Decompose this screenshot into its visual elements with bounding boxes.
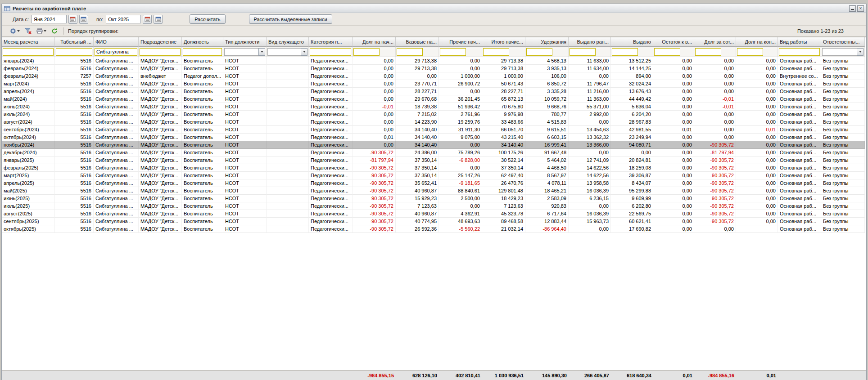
grid-cell[interactable] [267,126,309,134]
grid-cell[interactable]: 0,00 [653,111,694,118]
grid-cell[interactable]: -90 305,72 [694,141,736,149]
grid-cell[interactable]: Воспитатель [182,80,223,88]
grid-cell[interactable]: 37 350,14 [396,164,439,172]
grid-cell[interactable]: 0,00 [569,118,611,126]
grid-cell[interactable]: 18 739,38 [396,103,439,111]
grid-cell[interactable]: Основная раб... [778,65,821,72]
grid-cell[interactable]: 28 227,71 [482,88,525,95]
grid-cell[interactable]: -90 305,72 [694,218,736,225]
grid-cell[interactable]: 0,00 [694,72,736,80]
dropdown-arrow-icon[interactable] [857,48,863,56]
grid-cell[interactable]: 0,00 [736,179,778,187]
grid-cell[interactable]: Сибгатуллина ... [94,141,139,149]
grid-cell[interactable]: Педагогически... [309,195,353,202]
grid-cell[interactable]: Без группы [821,218,865,225]
grid-cell[interactable]: 66 051,70 [482,126,525,134]
grid-cell[interactable]: 14 223,90 [396,118,439,126]
grid-cell[interactable]: Основная раб... [778,202,821,210]
grid-cell[interactable] [267,103,309,111]
grid-cell[interactable]: Воспитатель [182,164,223,172]
grid-cell[interactable]: Педагогически... [309,65,353,72]
grid-cell[interactable]: 0,00 [736,134,778,141]
grid-cell[interactable]: Педагогически... [309,126,353,134]
grid-cell[interactable]: 0,00 [353,111,396,118]
grid-cell[interactable]: 11 633,00 [569,57,611,65]
grid-cell[interactable]: 0,00 [653,202,694,210]
grid-cell[interactable]: 106,00 [525,72,569,80]
grid-cell[interactable]: -0,01 [694,95,736,103]
grid-cell[interactable]: Воспитатель [182,218,223,225]
grid-cell[interactable]: Педагогически... [309,134,353,141]
grid-cell[interactable]: Без группы [821,88,865,95]
grid-cell[interactable]: Основная раб... [778,195,821,202]
grid-cell[interactable]: сентябрь(2025) [2,218,55,225]
grid-cell[interactable]: Сибгатуллина ... [94,195,139,202]
grid-cell[interactable]: 7 123,63 [482,202,525,210]
grid-cell[interactable]: МАДОУ "Детск... [139,118,182,126]
grid-cell[interactable]: 894,00 [611,72,653,80]
grid-cell[interactable]: 0,00 [439,164,482,172]
date-to-input[interactable] [106,15,141,23]
grid-cell[interactable]: -90 305,72 [694,172,736,179]
grid-cell[interactable]: октябрь(2024) [2,134,55,141]
grid-cell[interactable]: 91 667,48 [525,149,569,156]
grid-cell[interactable]: Воспитатель [182,225,223,233]
grid-cell[interactable]: февраль(2024) [2,65,55,72]
grid-cell[interactable]: 12 741,09 [569,156,611,164]
grid-cell[interactable]: 5516 [55,118,94,126]
grid-cell[interactable]: 0,00 [694,65,736,72]
print-menu-button[interactable] [35,27,48,36]
grid-cell[interactable]: 0,00 [569,225,611,233]
grid-cell[interactable]: 3 935,13 [525,65,569,72]
grid-cell[interactable]: Воспитатель [182,141,223,149]
filter-select-input-5[interactable] [224,48,258,56]
grid-cell[interactable]: 14 144,25 [611,65,653,72]
grid-cell[interactable]: 0,00 [736,65,778,72]
grid-cell[interactable]: 5516 [55,65,94,72]
grid-cell[interactable]: МАДОУ "Детск... [139,156,182,164]
grid-cell[interactable]: НСОТ [223,156,267,164]
table-row[interactable]: август(2025)5516Сибгатуллина ...МАДОУ "Д… [2,210,865,218]
grid-cell[interactable]: 129 801,48 [482,187,525,195]
grid-cell[interactable]: 0,00 [736,187,778,195]
grid-cell[interactable]: 18 465,21 [525,187,569,195]
filter-input-0[interactable] [3,48,54,56]
column-header-13[interactable]: Выдано ран... [569,37,611,47]
grid-cell[interactable]: Без группы [821,195,865,202]
grid-cell[interactable]: Сибгатуллина ... [94,103,139,111]
dropdown-arrow-icon[interactable] [301,48,307,56]
grid-cell[interactable]: Воспитатель [182,179,223,187]
grid-cell[interactable]: Педагогически... [309,95,353,103]
grid-cell[interactable]: НСОТ [223,179,267,187]
grid-cell[interactable]: 0,00 [736,218,778,225]
grid-cell[interactable]: 0,00 [736,103,778,111]
grid-cell[interactable]: Педагогически... [309,179,353,187]
grid-cell[interactable]: Воспитатель [182,156,223,164]
calculate-button[interactable]: Рассчитать [190,14,225,24]
grid-cell[interactable]: Сибгатуллина ... [94,164,139,172]
grid-cell[interactable]: 5516 [55,172,94,179]
grid-cell[interactable]: Педагогически... [309,156,353,164]
grid-cell[interactable]: июнь(2024) [2,103,55,111]
grid-cell[interactable]: 4 515,83 [525,118,569,126]
grid-cell[interactable]: МАДОУ "Детск... [139,225,182,233]
grid-cell[interactable]: 55 371,00 [569,103,611,111]
grid-cell[interactable]: НСОТ [223,218,267,225]
grid-cell[interactable]: Без группы [821,111,865,118]
grid-cell[interactable]: Без группы [821,187,865,195]
grid-cell[interactable]: МАДОУ "Детск... [139,103,182,111]
grid-cell[interactable]: Без группы [821,149,865,156]
grid-cell[interactable] [267,80,309,88]
grid-cell[interactable]: 6 204,20 [611,111,653,118]
grid-cell[interactable]: Педагогически... [309,225,353,233]
grid-cell[interactable]: 40 960,87 [396,210,439,218]
grid-cell[interactable]: 0,00 [353,95,396,103]
grid-cell[interactable]: 5516 [55,80,94,88]
grid-cell[interactable]: Основная раб... [778,80,821,88]
grid-cell[interactable]: 0,00 [653,156,694,164]
grid-cell[interactable]: март(2024) [2,80,55,88]
grid-cell[interactable]: 26 592,36 [396,225,439,233]
grid-cell[interactable]: -90 305,72 [353,218,396,225]
grid-cell[interactable]: 40 960,87 [396,187,439,195]
grid-cell[interactable]: 29 713,38 [396,65,439,72]
